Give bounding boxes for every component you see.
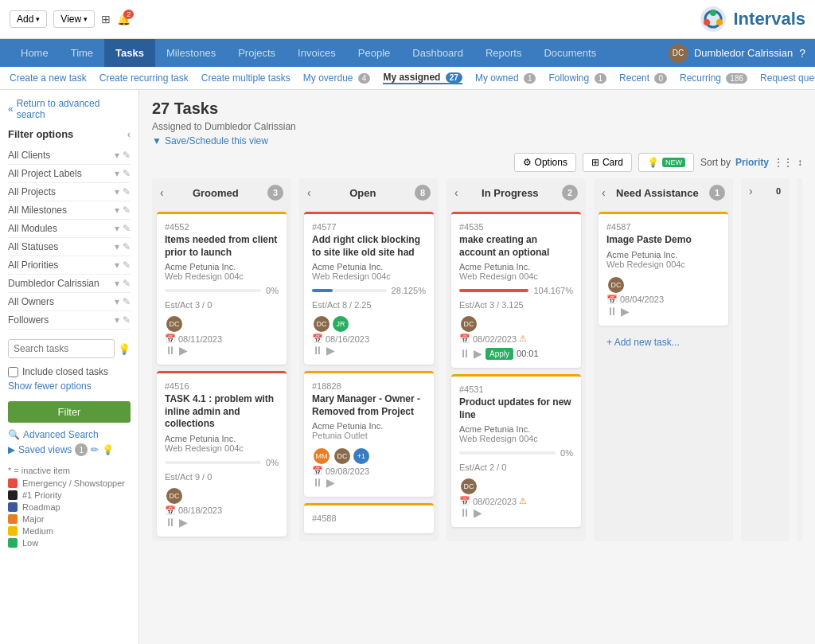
options-button[interactable]: ⚙ Options [514,153,576,172]
grid-icon-button[interactable]: ⊞ [101,13,111,25]
help-button[interactable]: ? [799,47,805,60]
card-button[interactable]: ⊞ Card [583,153,632,172]
card-date: 📅 09/08/2023 [312,466,426,476]
est-line: Est/Act 8 / 2.25 [312,300,426,310]
nav-projects[interactable]: Projects [227,39,287,67]
progress-pct: 0% [266,286,279,295]
saved-views-link[interactable]: ▶ Saved views 1 ✏ 💡 [8,443,131,456]
task-card-4531[interactable]: #4531 Product updates for new line Acme … [451,374,581,527]
legend: * = inactive item Emergency / Showstoppe… [8,466,131,548]
in-progress-collapse-button[interactable]: ‹ [454,186,458,199]
card-avatars: MM DC +1 [312,447,369,466]
apply-button[interactable]: Apply [485,348,513,360]
lightbulb-button[interactable]: 💡 NEW [638,153,694,172]
task-card-4535[interactable]: #4535 make creating an account an option… [451,212,581,368]
filter-clients[interactable]: All Clients ▾✎ [8,146,131,165]
search-bulb-icon[interactable]: 💡 [118,343,131,355]
advanced-search-link[interactable]: 🔍 Advanced Search [8,429,131,440]
pause-icon[interactable]: ⏸ [459,506,470,519]
sort-value[interactable]: Priority [735,157,769,168]
subnav-following[interactable]: Following 1 [548,72,606,84]
collapse-filters-icon[interactable]: ‹ [127,128,131,140]
filter-statuses[interactable]: All Statuses ▾✎ [8,238,131,256]
return-to-search[interactable]: « Return to advanced search [8,98,131,120]
card-footer: DC [165,314,279,334]
open-collapse-button[interactable]: ‹ [307,186,311,199]
nav-home[interactable]: Home [10,39,60,67]
sort-desc-icon[interactable]: ↕ [797,157,802,168]
nav-invoices[interactable]: Invoices [287,39,347,67]
avatar: DC [606,275,626,295]
avatar: DC [312,314,331,334]
subnav-create-multiple[interactable]: Create multiple tasks [201,72,291,84]
filter-project-labels[interactable]: All Project Labels ▾✎ [8,165,131,183]
extra1-collapse-button[interactable]: › [749,185,753,197]
search-input[interactable] [8,339,115,358]
nav-documents[interactable]: Documents [532,39,607,67]
filter-followers[interactable]: Followers ▾✎ [8,311,131,330]
view-button[interactable]: View ▾ [53,10,95,28]
task-card-4587[interactable]: #4587 Image Paste Demo Acme Petunia Inc.… [599,212,728,326]
need-assistance-collapse-button[interactable]: ‹ [602,186,606,199]
play-icon[interactable]: ▶ [179,344,188,357]
pause-icon[interactable]: ⏸ [165,344,176,357]
sort-icon[interactable]: ⋮⋮ [774,157,793,168]
task-card-18828[interactable]: #18828 Mary Manager - Owner - Removed fr… [304,371,434,497]
play-icon[interactable]: ▶ [326,476,335,489]
subnav-request-queue[interactable]: Request queue 7 [760,72,815,84]
warning-icon: ⚠ [519,334,527,344]
task-card-4516[interactable]: #4516 TASK 4.1 : problem with inline adm… [157,371,287,537]
pause-icon[interactable]: ⏸ [165,516,176,529]
calendar-icon: 📅 [312,466,323,476]
task-card-4577[interactable]: #4577 Add right click blocking to site l… [304,212,434,365]
calendar-icon: 📅 [165,334,176,344]
play-icon[interactable]: ▶ [326,344,335,357]
subnav-my-owned[interactable]: My owned 1 [475,72,536,84]
kanban-col-header-groomed: ‹ Groomed 3 [152,178,291,207]
pause-icon[interactable]: ⏸ [312,344,323,357]
groomed-collapse-button[interactable]: ‹ [160,186,164,199]
card-project: Web Redesign 004c [165,443,279,453]
nav-people[interactable]: People [347,39,401,67]
edit-saved-icon[interactable]: ✏ [91,444,99,455]
subnav-recent[interactable]: Recent 0 [619,72,667,84]
play-icon[interactable]: ▶ [621,305,630,318]
kanban-col-in-progress: ‹ In Progress 2 #4535 make creating an a… [446,178,586,541]
card-project: Web Redesign 004c [459,434,573,443]
filter-modules[interactable]: All Modules ▾✎ [8,220,131,238]
include-closed-checkbox[interactable] [8,367,18,377]
subnav-my-overdue[interactable]: My overdue 4 [303,72,371,84]
play-icon[interactable]: ▶ [474,347,482,360]
play-icon[interactable]: ▶ [474,506,482,519]
subnav-create-recurring[interactable]: Create recurring task [99,72,189,84]
task-card-4588[interactable]: #4588 [304,503,434,533]
save-schedule-link[interactable]: ▼ Save/Schedule this view [152,135,802,146]
subnav-create-task[interactable]: Create a new task [10,72,87,84]
notification-button[interactable]: 🔔 2 [117,13,131,25]
nav-time[interactable]: Time [60,39,104,67]
view-label: View [60,14,81,25]
nav-reports[interactable]: Reports [474,39,533,67]
svg-point-4 [704,19,710,25]
pause-icon[interactable]: ⏸ [459,347,470,360]
nav-tasks[interactable]: Tasks [104,39,155,67]
filter-projects[interactable]: All Projects ▾✎ [8,183,131,201]
pause-icon[interactable]: ⏸ [312,476,323,489]
play-icon[interactable]: ▶ [179,516,188,529]
nav-milestones[interactable]: Milestones [155,39,227,67]
calendar-icon: 📅 [459,334,470,344]
add-button[interactable]: Add ▾ [10,10,47,28]
subnav-recurring[interactable]: Recurring 186 [680,72,747,84]
add-task-button[interactable]: + Add new task... [599,332,728,353]
filter-assignee[interactable]: Dumbledor Calrissian ▾✎ [8,275,131,293]
filter-priorities[interactable]: All Priorities ▾✎ [8,256,131,275]
nav-dashboard[interactable]: Dashboard [401,39,474,67]
subnav-my-assigned[interactable]: My assigned 27 [383,72,462,84]
filter-milestones[interactable]: All Milestones ▾✎ [8,201,131,220]
pause-icon[interactable]: ⏸ [606,305,618,318]
show-fewer-link[interactable]: Show fewer options [8,381,131,392]
task-card-4552[interactable]: #4552 Items needed from client prior to … [157,212,287,365]
sort-label: Sort by [700,157,731,168]
filter-button[interactable]: Filter [8,401,131,423]
filter-owners[interactable]: All Owners ▾✎ [8,293,131,311]
